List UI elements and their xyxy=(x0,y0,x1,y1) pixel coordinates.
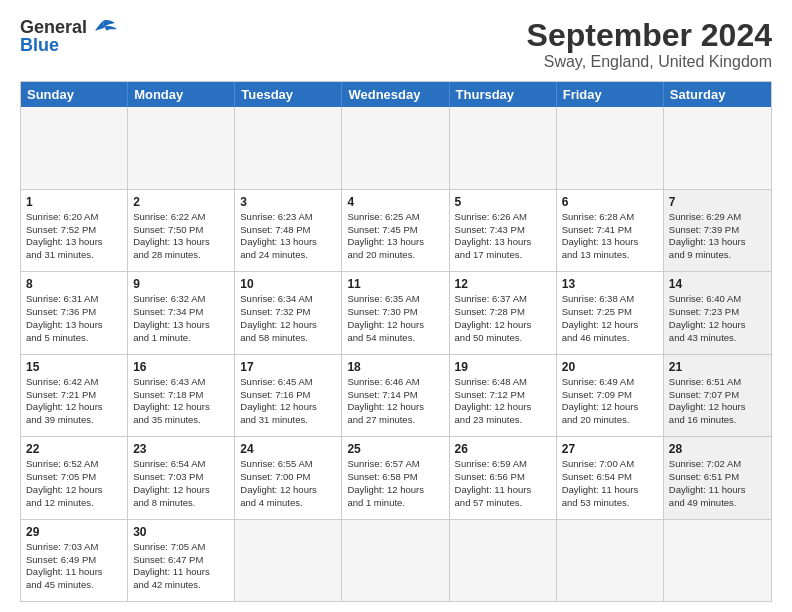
calendar-cell: 8Sunrise: 6:31 AM Sunset: 7:36 PM Daylig… xyxy=(21,272,128,353)
calendar-cell: 30Sunrise: 7:05 AM Sunset: 6:47 PM Dayli… xyxy=(128,520,235,601)
calendar-cell xyxy=(664,107,771,188)
day-number: 11 xyxy=(347,276,443,292)
calendar: SundayMondayTuesdayWednesdayThursdayFrid… xyxy=(20,81,772,602)
day-info: Sunrise: 6:38 AM Sunset: 7:25 PM Dayligh… xyxy=(562,293,639,342)
calendar-cell: 15Sunrise: 6:42 AM Sunset: 7:21 PM Dayli… xyxy=(21,355,128,436)
page-subtitle: Sway, England, United Kingdom xyxy=(527,53,772,71)
day-number: 10 xyxy=(240,276,336,292)
calendar-cell: 26Sunrise: 6:59 AM Sunset: 6:56 PM Dayli… xyxy=(450,437,557,518)
day-number: 24 xyxy=(240,441,336,457)
calendar-cell xyxy=(235,107,342,188)
calendar-cell: 27Sunrise: 7:00 AM Sunset: 6:54 PM Dayli… xyxy=(557,437,664,518)
calendar-cell: 12Sunrise: 6:37 AM Sunset: 7:28 PM Dayli… xyxy=(450,272,557,353)
day-number: 5 xyxy=(455,194,551,210)
day-info: Sunrise: 7:02 AM Sunset: 6:51 PM Dayligh… xyxy=(669,458,746,507)
calendar-cell xyxy=(128,107,235,188)
calendar-header-cell: Wednesday xyxy=(342,82,449,107)
calendar-cell: 16Sunrise: 6:43 AM Sunset: 7:18 PM Dayli… xyxy=(128,355,235,436)
calendar-header-cell: Monday xyxy=(128,82,235,107)
page: General Blue September 2024 Sway, Englan… xyxy=(0,0,792,612)
day-number: 29 xyxy=(26,524,122,540)
day-number: 14 xyxy=(669,276,766,292)
day-info: Sunrise: 6:40 AM Sunset: 7:23 PM Dayligh… xyxy=(669,293,746,342)
day-number: 20 xyxy=(562,359,658,375)
calendar-cell xyxy=(664,520,771,601)
day-number: 13 xyxy=(562,276,658,292)
day-number: 6 xyxy=(562,194,658,210)
calendar-cell: 17Sunrise: 6:45 AM Sunset: 7:16 PM Dayli… xyxy=(235,355,342,436)
day-info: Sunrise: 6:49 AM Sunset: 7:09 PM Dayligh… xyxy=(562,376,639,425)
header: General Blue September 2024 Sway, Englan… xyxy=(20,18,772,71)
day-info: Sunrise: 6:31 AM Sunset: 7:36 PM Dayligh… xyxy=(26,293,103,342)
calendar-cell: 18Sunrise: 6:46 AM Sunset: 7:14 PM Dayli… xyxy=(342,355,449,436)
day-info: Sunrise: 6:45 AM Sunset: 7:16 PM Dayligh… xyxy=(240,376,317,425)
title-block: September 2024 Sway, England, United Kin… xyxy=(527,18,772,71)
calendar-cell: 13Sunrise: 6:38 AM Sunset: 7:25 PM Dayli… xyxy=(557,272,664,353)
day-number: 22 xyxy=(26,441,122,457)
logo-blue: Blue xyxy=(20,36,87,54)
day-info: Sunrise: 6:28 AM Sunset: 7:41 PM Dayligh… xyxy=(562,211,639,260)
calendar-cell: 25Sunrise: 6:57 AM Sunset: 6:58 PM Dayli… xyxy=(342,437,449,518)
calendar-header-cell: Tuesday xyxy=(235,82,342,107)
day-info: Sunrise: 6:42 AM Sunset: 7:21 PM Dayligh… xyxy=(26,376,103,425)
calendar-week: 1Sunrise: 6:20 AM Sunset: 7:52 PM Daylig… xyxy=(21,190,771,272)
day-info: Sunrise: 6:22 AM Sunset: 7:50 PM Dayligh… xyxy=(133,211,210,260)
calendar-cell: 11Sunrise: 6:35 AM Sunset: 7:30 PM Dayli… xyxy=(342,272,449,353)
calendar-cell: 9Sunrise: 6:32 AM Sunset: 7:34 PM Daylig… xyxy=(128,272,235,353)
day-number: 28 xyxy=(669,441,766,457)
day-info: Sunrise: 6:52 AM Sunset: 7:05 PM Dayligh… xyxy=(26,458,103,507)
day-info: Sunrise: 6:57 AM Sunset: 6:58 PM Dayligh… xyxy=(347,458,424,507)
day-info: Sunrise: 6:54 AM Sunset: 7:03 PM Dayligh… xyxy=(133,458,210,507)
day-number: 8 xyxy=(26,276,122,292)
calendar-cell xyxy=(342,107,449,188)
day-number: 9 xyxy=(133,276,229,292)
calendar-cell xyxy=(450,107,557,188)
calendar-cell: 21Sunrise: 6:51 AM Sunset: 7:07 PM Dayli… xyxy=(664,355,771,436)
day-info: Sunrise: 6:25 AM Sunset: 7:45 PM Dayligh… xyxy=(347,211,424,260)
day-number: 7 xyxy=(669,194,766,210)
calendar-cell: 29Sunrise: 7:03 AM Sunset: 6:49 PM Dayli… xyxy=(21,520,128,601)
day-info: Sunrise: 6:23 AM Sunset: 7:48 PM Dayligh… xyxy=(240,211,317,260)
calendar-cell: 7Sunrise: 6:29 AM Sunset: 7:39 PM Daylig… xyxy=(664,190,771,271)
day-info: Sunrise: 6:51 AM Sunset: 7:07 PM Dayligh… xyxy=(669,376,746,425)
calendar-cell: 10Sunrise: 6:34 AM Sunset: 7:32 PM Dayli… xyxy=(235,272,342,353)
day-info: Sunrise: 6:34 AM Sunset: 7:32 PM Dayligh… xyxy=(240,293,317,342)
calendar-week: 8Sunrise: 6:31 AM Sunset: 7:36 PM Daylig… xyxy=(21,272,771,354)
day-number: 26 xyxy=(455,441,551,457)
calendar-week: 22Sunrise: 6:52 AM Sunset: 7:05 PM Dayli… xyxy=(21,437,771,519)
day-info: Sunrise: 6:43 AM Sunset: 7:18 PM Dayligh… xyxy=(133,376,210,425)
day-number: 16 xyxy=(133,359,229,375)
calendar-cell: 28Sunrise: 7:02 AM Sunset: 6:51 PM Dayli… xyxy=(664,437,771,518)
day-number: 2 xyxy=(133,194,229,210)
day-number: 17 xyxy=(240,359,336,375)
day-info: Sunrise: 7:05 AM Sunset: 6:47 PM Dayligh… xyxy=(133,541,210,590)
day-number: 23 xyxy=(133,441,229,457)
calendar-cell: 6Sunrise: 6:28 AM Sunset: 7:41 PM Daylig… xyxy=(557,190,664,271)
calendar-header: SundayMondayTuesdayWednesdayThursdayFrid… xyxy=(21,82,771,107)
calendar-cell xyxy=(557,520,664,601)
calendar-cell: 14Sunrise: 6:40 AM Sunset: 7:23 PM Dayli… xyxy=(664,272,771,353)
calendar-cell: 4Sunrise: 6:25 AM Sunset: 7:45 PM Daylig… xyxy=(342,190,449,271)
day-info: Sunrise: 6:55 AM Sunset: 7:00 PM Dayligh… xyxy=(240,458,317,507)
calendar-header-cell: Friday xyxy=(557,82,664,107)
calendar-cell xyxy=(450,520,557,601)
calendar-cell: 20Sunrise: 6:49 AM Sunset: 7:09 PM Dayli… xyxy=(557,355,664,436)
calendar-cell: 2Sunrise: 6:22 AM Sunset: 7:50 PM Daylig… xyxy=(128,190,235,271)
calendar-cell: 19Sunrise: 6:48 AM Sunset: 7:12 PM Dayli… xyxy=(450,355,557,436)
day-number: 4 xyxy=(347,194,443,210)
calendar-week xyxy=(21,107,771,189)
day-number: 19 xyxy=(455,359,551,375)
calendar-cell: 22Sunrise: 6:52 AM Sunset: 7:05 PM Dayli… xyxy=(21,437,128,518)
day-number: 21 xyxy=(669,359,766,375)
calendar-cell: 3Sunrise: 6:23 AM Sunset: 7:48 PM Daylig… xyxy=(235,190,342,271)
day-number: 12 xyxy=(455,276,551,292)
day-info: Sunrise: 6:37 AM Sunset: 7:28 PM Dayligh… xyxy=(455,293,532,342)
calendar-cell xyxy=(235,520,342,601)
day-number: 1 xyxy=(26,194,122,210)
day-number: 27 xyxy=(562,441,658,457)
day-info: Sunrise: 6:35 AM Sunset: 7:30 PM Dayligh… xyxy=(347,293,424,342)
day-info: Sunrise: 6:46 AM Sunset: 7:14 PM Dayligh… xyxy=(347,376,424,425)
calendar-week: 15Sunrise: 6:42 AM Sunset: 7:21 PM Dayli… xyxy=(21,355,771,437)
calendar-cell xyxy=(21,107,128,188)
calendar-cell: 23Sunrise: 6:54 AM Sunset: 7:03 PM Dayli… xyxy=(128,437,235,518)
